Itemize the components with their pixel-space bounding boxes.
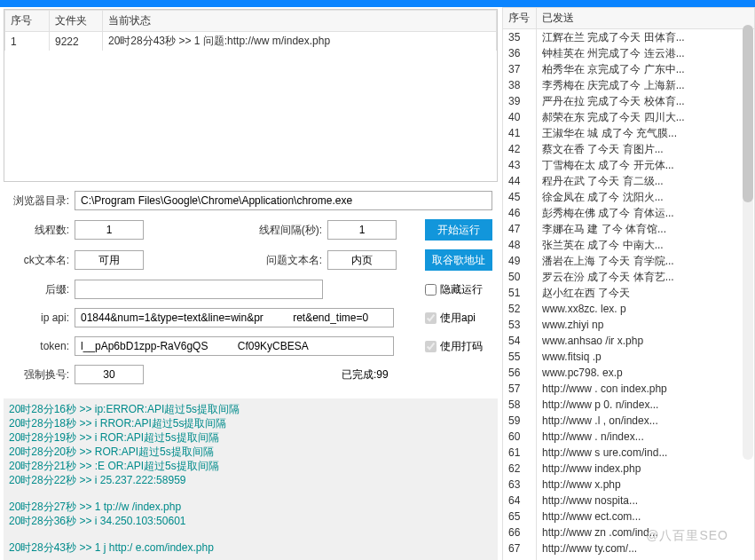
- table-row[interactable]: 47李娜在马 建 了今 体育馆...: [503, 221, 755, 237]
- table-row[interactable]: 40郝荣在东 完成了今天 四川大...: [503, 109, 755, 125]
- cell-seq: 43: [503, 157, 537, 173]
- cell-txt: 钟桂英在 州完成了今 连云港...: [537, 45, 755, 61]
- hide-label: 隐藏运行: [440, 282, 483, 297]
- google-button[interactable]: 取谷歌地址: [425, 249, 492, 271]
- force-label: 强制换号:: [9, 367, 69, 383]
- cell-txt: http://www . n/index...: [537, 429, 755, 445]
- table-row[interactable]: 38李秀梅在 庆完成了今 上海新...: [503, 77, 755, 93]
- table-row[interactable]: 1922220时28分43秒 >> 1 问题:http://ww m/index…: [5, 32, 497, 51]
- token-label: token:: [9, 340, 69, 352]
- table-row[interactable]: 39严丹在拉 完成了今天 校体育...: [503, 93, 755, 109]
- table-row[interactable]: 42蔡文在香 了今天 育图片...: [503, 141, 755, 157]
- cell-seq: 62: [503, 461, 537, 477]
- cell-seq: 49: [503, 253, 537, 269]
- cell-txt: http://www x.php: [537, 477, 755, 493]
- cell-status: 20时28分43秒 >> 1 问题:http://ww m/index.php: [103, 32, 497, 51]
- cell-seq: 42: [503, 141, 537, 157]
- ck-input[interactable]: [75, 250, 144, 270]
- cell-txt: 赵小红在西 了今天: [537, 285, 755, 301]
- done-label: 已完成:99: [342, 367, 492, 383]
- interval-input[interactable]: [327, 220, 397, 240]
- cell-txt: 郝荣在东 完成了今天 四川大...: [537, 109, 755, 125]
- log-line: 20时28分36秒 >> i 34.250.103:50601: [9, 514, 492, 528]
- log-line: 20时28分43秒 >> 1 j http:/ e.com/index.php: [9, 540, 492, 555]
- table-row[interactable]: 55www.fitsiq .p: [503, 349, 755, 365]
- cell-txt: http://www p 0. n/index...: [537, 397, 755, 413]
- usecode-checkbox[interactable]: 使用打码: [425, 339, 492, 354]
- scrollbar-thumb[interactable]: [743, 25, 753, 202]
- start-button[interactable]: 开始运行: [425, 219, 492, 241]
- cell-seq: 60: [503, 429, 537, 445]
- suffix-input[interactable]: [75, 280, 323, 299]
- cell-seq: 56: [503, 365, 537, 381]
- table-row[interactable]: 60http://www . n/index...: [503, 429, 755, 445]
- cell-txt: www.pc798. ex.p: [537, 365, 755, 381]
- table-row[interactable]: 58http://www p 0. n/index...: [503, 397, 755, 413]
- table-row[interactable]: 59http://www .l , on/index...: [503, 413, 755, 429]
- cell-seq: 44: [503, 173, 537, 189]
- ck-label: ck文本名:: [9, 253, 69, 268]
- table-row[interactable]: 64http://www nospita...: [503, 493, 755, 509]
- table-row[interactable]: 50罗云在汾 成了今天 体育艺...: [503, 269, 755, 285]
- browser-path-input[interactable]: [75, 191, 492, 210]
- cell-txt: 李秀梅在 庆完成了今 上海新...: [537, 77, 755, 93]
- cell-txt: 程丹在武 了今天 育二级...: [537, 173, 755, 189]
- table-row[interactable]: 46彭秀梅在佛 成了今 育体运...: [503, 205, 755, 221]
- browser-label: 浏览器目录:: [9, 193, 69, 209]
- threads-input[interactable]: [75, 220, 144, 240]
- cell-txt: http://www . con index.php: [537, 381, 755, 397]
- cell-txt: http://www g de.com/...: [537, 556, 755, 560]
- table-row[interactable]: 35江辉在兰 完成了今天 田体育...: [503, 29, 755, 46]
- table-row[interactable]: 49潘岩在上海 了今天 育学院...: [503, 253, 755, 269]
- table-row[interactable]: 68http://www g de.com/...: [503, 556, 755, 560]
- cell-txt: www.fitsiq .p: [537, 349, 755, 365]
- cell-txt: 江辉在兰 完成了今天 田体育...: [537, 29, 755, 46]
- question-input[interactable]: [327, 250, 397, 270]
- table-row[interactable]: 62http://www index.php: [503, 461, 755, 477]
- cell-seq: 37: [503, 61, 537, 77]
- cell-seq: 66: [503, 525, 537, 540]
- table-row[interactable]: 56www.pc798. ex.p: [503, 365, 755, 381]
- cell-seq: 40: [503, 109, 537, 125]
- hide-checkbox[interactable]: 隐藏运行: [425, 282, 492, 297]
- useapi-checkbox[interactable]: 使用api: [425, 311, 492, 326]
- ipapi-label: ip api:: [9, 312, 69, 324]
- log-line: 20时28分21秒 >> :E OR:API超过5s提取间隔: [9, 459, 492, 473]
- table-row[interactable]: 65http://www ect.com...: [503, 509, 755, 525]
- table-row[interactable]: 52www.xx8zc. lex. p: [503, 301, 755, 317]
- watermark: @八百里SEO: [646, 528, 728, 544]
- table-row[interactable]: 36钟桂英在 州完成了今 连云港...: [503, 45, 755, 61]
- table-row[interactable]: 54www.anhsao /ir x.php: [503, 333, 755, 349]
- ipapi-input[interactable]: [75, 308, 394, 327]
- log-line: 20时28分16秒 >> ip:ERROR:API超过5s提取间隔: [9, 402, 492, 416]
- table-row[interactable]: 41王淑华在 城 成了今 充气膜...: [503, 125, 755, 141]
- log-area: 20时28分16秒 >> ip:ERROR:API超过5s提取间隔20时28分1…: [4, 398, 498, 560]
- table-row[interactable]: 37柏秀华在 京完成了今 广东中...: [503, 61, 755, 77]
- cell-txt: www.zhiyi np: [537, 317, 755, 333]
- form-area: 浏览器目录: 线程数: 线程间隔(秒): 开始运行 ck文本名: 问题文本名: …: [4, 182, 498, 398]
- table-row[interactable]: 53www.zhiyi np: [503, 317, 755, 333]
- useapi-label: 使用api: [440, 311, 476, 326]
- th-sent-txt: 已发送: [537, 8, 755, 29]
- cell-folder: 9222: [50, 32, 103, 51]
- token-input[interactable]: [75, 336, 394, 356]
- cell-seq: 68: [503, 556, 537, 560]
- table-row[interactable]: 45徐金凤在 成了今 沈阳火...: [503, 189, 755, 205]
- cell-seq: 48: [503, 237, 537, 253]
- table-row[interactable]: 51赵小红在西 了今天: [503, 285, 755, 301]
- log-line: 20时28分20秒 >> ROR:API超过5s提取间隔: [9, 445, 492, 459]
- table-row[interactable]: 57http://www . con index.php: [503, 381, 755, 397]
- table-row[interactable]: 43丁雪梅在太 成了今 开元体...: [503, 157, 755, 173]
- table-row[interactable]: 44程丹在武 了今天 育二级...: [503, 173, 755, 189]
- th-sent-seq: 序号: [503, 8, 537, 29]
- force-input[interactable]: [75, 365, 144, 384]
- cell-txt: http://www index.php: [537, 461, 755, 477]
- cell-seq: 53: [503, 317, 537, 333]
- cell-txt: 严丹在拉 完成了今天 校体育...: [537, 93, 755, 109]
- table-row[interactable]: 61http://www s ure.com/ind...: [503, 445, 755, 461]
- cell-seq: 50: [503, 269, 537, 285]
- cell-seq: 58: [503, 397, 537, 413]
- table-row[interactable]: 48张兰英在 成了今 中南大...: [503, 237, 755, 253]
- table-row[interactable]: 63http://www x.php: [503, 477, 755, 493]
- cell-seq: 46: [503, 205, 537, 221]
